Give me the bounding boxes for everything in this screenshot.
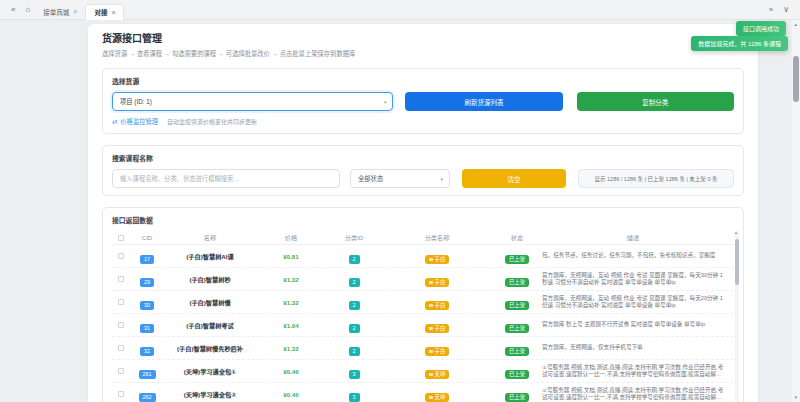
course-name: (子白)智慧树考试 [164,321,256,330]
col-header-cid: CID [130,234,164,241]
status-badge: 已上架 [505,255,529,264]
row-checkbox[interactable] [118,368,124,374]
category-name-text: 子白 [435,325,446,331]
table-row[interactable]: 32 (子白)智慧树慢先秒后补 ¥1.32 2 子白 已上架 官方题库，无视网速… [112,337,734,360]
table-row[interactable]: 30 (子白)智慧树慢 ¥1.32 2 子白 已上架 官方题库，无视网速，互动 … [112,291,734,314]
folder-icon [429,350,433,354]
page-title: 货源接口管理 [102,30,744,45]
select-all-checkbox[interactable] [118,235,124,241]
course-name: (子白)智慧树秒 [164,275,256,284]
category-id-badge: 2 [349,278,360,287]
table-body: 17 (子白)智慧树AI课 ¥0.81 2 子白 已上架 包，任务节点，任务讨论… [112,245,734,402]
tab-label: 对接 [94,7,107,17]
scroll-up-icon[interactable]: ▲ [794,22,798,27]
price-monitor-icon: ⇄ [112,118,117,125]
scroll-up-icon[interactable]: ▲ [734,230,738,235]
course-price: ¥0.46 [256,391,326,398]
source-select-value: 项目 (ID: 1) [120,97,152,106]
category-id-badge: 2 [349,324,360,333]
price-monitor-link[interactable]: ⇄ 价格监控管理 [112,117,158,126]
course-name: (天坤)学习通全包② [164,390,256,399]
category-name-badge: 天坤 [425,370,450,379]
cid-badge: 30 [140,301,154,310]
folder-icon [429,373,433,377]
col-header-category-name: 分类名称 [382,233,492,242]
row-checkbox[interactable] [118,299,124,305]
source-panel: 选择货源 项目 (ID: 1) ▾ 刷新货源列表 复制分类 ⇄ 价格监控管理 自… [102,68,744,134]
row-checkbox[interactable] [118,322,124,328]
category-id-badge: 2 [349,301,360,310]
folder-icon [429,396,433,400]
chevron-down-icon: ▾ [384,99,387,105]
page-scrollbar-thumb[interactable] [793,56,799,102]
cid-badge: 262 [139,393,156,402]
course-name: (子白)智慧树慢 [164,298,256,307]
table-scrollbar[interactable]: ▲ [735,231,739,402]
course-name: (子白)智慧树慢先秒后补 [164,344,256,353]
price-monitor-hint: 自动监控货源价格变化并同步更新 [167,117,257,126]
source-select[interactable]: 项目 (ID: 1) ▾ [112,92,393,111]
category-name-badge: 子白 [425,324,450,333]
course-description: 官方题库，无视网速，互动 视频 作业 考试 见面课 掌握度，每天20分钟 1倍速… [542,295,734,310]
home-icon[interactable]: ⌂ [20,6,35,14]
col-header-status: 状态 [492,233,542,242]
col-header-name: 名称 [164,233,256,242]
table-row[interactable]: 262 (天坤)学习通全包② ¥0.46 3 天坤 已上架 ②号服务器 视频,文… [112,383,734,402]
course-price: ¥1.32 [256,276,326,283]
course-price: ¥1.32 [256,299,326,306]
page-subtitle: 选择货源 → 查看课程 → 勾选需要的课程 → 可选择批量改价 → 点击批量上架… [102,49,744,58]
table-scrollbar-thumb[interactable] [735,239,739,285]
collapse-sidebar-icon[interactable]: « [6,6,20,14]
tab-connect[interactable]: 对接 × [85,4,124,20]
tab-label: 接单商城 [43,7,69,17]
row-checkbox[interactable] [118,276,124,282]
category-name-badge: 子白 [425,347,450,356]
page-scrollbar[interactable]: ▲ ▼ [792,20,800,402]
source-panel-label: 选择货源 [112,76,734,86]
cid-badge: 29 [140,278,154,287]
close-icon[interactable]: × [73,8,77,15]
refresh-source-button[interactable]: 刷新货源列表 [405,92,562,111]
scroll-down-icon[interactable]: ▼ [794,395,798,400]
category-name-text: 子白 [435,256,446,262]
clear-button[interactable]: 清空 [462,169,566,188]
course-name: (天坤)学习通全包① [164,367,256,376]
tab-order-mall[interactable]: 接单商城 × [35,4,85,20]
table-row[interactable]: 17 (子白)智慧树AI课 ¥0.81 2 子白 已上架 包，任务节点，任务讨论… [112,245,734,268]
folder-icon [429,327,433,331]
status-badge: 已上架 [505,393,529,402]
category-name-badge: 子白 [425,255,450,264]
close-icon[interactable]: × [111,9,115,16]
tab-bar: « ⌂ 接单商城 × 对接 × » ∨ [0,0,800,20]
course-price: ¥1.04 [256,322,326,329]
row-checkbox[interactable] [118,253,124,259]
row-checkbox[interactable] [118,345,124,351]
table-row[interactable]: 29 (子白)智慧树秒 ¥1.32 2 子白 已上架 官方题库，无视网速，互动 … [112,268,734,291]
row-checkbox[interactable] [118,391,124,397]
table-panel: 接口返回数据 CID 名称 价格 分类ID 分类名称 状态 描述 17 (子白)… [102,207,744,402]
table-row[interactable]: 261 (天坤)学习通全包① ¥0.46 3 天坤 已上架 ①号服务器 视频,文… [112,360,734,383]
folder-icon [429,281,433,285]
category-name-text: 子白 [435,348,446,354]
course-description: 包，任务节点，任务讨论，任务习题，不包括，免考核知识点，掌握度 [542,252,734,260]
col-header-category-id: 分类ID [326,233,382,242]
category-name-text: 天坤 [435,394,446,400]
search-input[interactable] [112,169,340,188]
table-row[interactable]: 31 (子白)智慧树考试 ¥1.04 2 子白 已上架 官方题库 秒上号 主观题… [112,314,734,337]
category-name-badge: 子白 [425,278,450,287]
course-price: ¥1.32 [256,345,326,352]
status-filter-select[interactable]: 全部状态 ▾ [350,169,450,188]
copy-category-button[interactable]: 复制分类 [577,92,734,111]
tab-menu-chevron-icon[interactable]: ∨ [778,6,794,14]
course-name: (子白)智慧树AI课 [164,252,256,261]
chevron-down-icon: ▾ [440,176,443,182]
cid-badge: 261 [139,370,156,379]
status-filter-value: 全部状态 [358,174,383,183]
course-description: 官方题库 秒上号 主观题不行开试卷 实时进度 单号单设备 单号单ip [542,321,734,329]
table-header-row: CID 名称 价格 分类ID 分类名称 状态 描述 [112,231,734,245]
course-description: ①号服务器 视频,文档,测试,直播,阅读,支持带刷,学习次数,作业已经开启,考试… [542,364,734,379]
table-title: 接口返回数据 [112,215,734,225]
folder-icon [429,304,433,308]
expand-tabs-icon[interactable]: » [764,6,778,14]
course-description: 官方题库，无视网速，互动 视频 作业 考试 见面课 掌握度，每天30分钟 1秒速… [542,272,734,287]
